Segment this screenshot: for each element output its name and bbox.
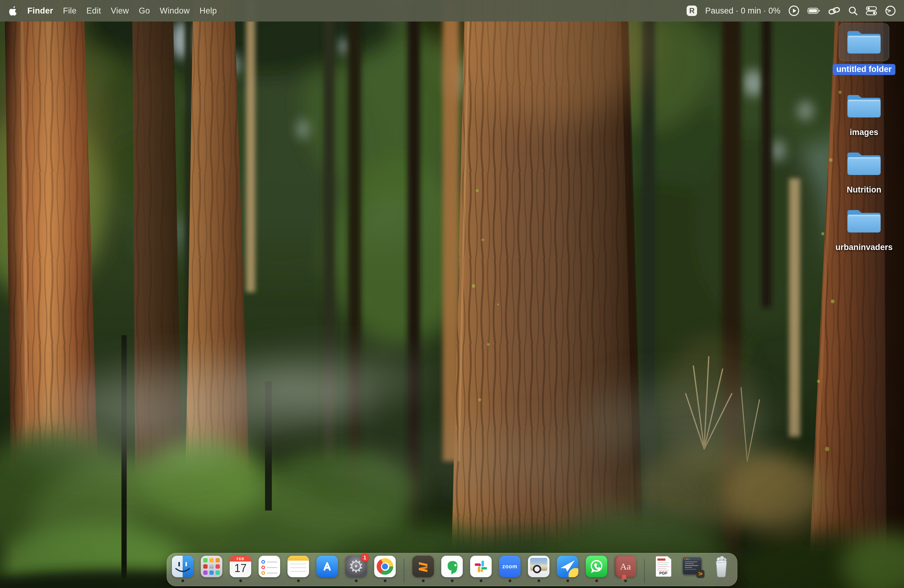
running-indicator: [239, 579, 242, 582]
calendar-day: 17: [230, 562, 251, 575]
link-icon[interactable]: [828, 6, 840, 15]
dock-pdf-document[interactable]: PDF: [653, 556, 674, 582]
preview-icon: [528, 556, 550, 577]
dock-calendar[interactable]: FEB 17: [230, 556, 251, 582]
reminders-icon: [259, 556, 280, 577]
desktop-wallpaper: [0, 0, 904, 588]
dock-trash[interactable]: [711, 556, 732, 582]
pdf-document-icon: PDF: [653, 556, 674, 577]
dock-finder[interactable]: [172, 556, 193, 582]
zoom-wordmark: zoom: [503, 563, 517, 570]
desktop-folder-untitled[interactable]: untitled folder: [834, 24, 894, 75]
dock-sublime-text[interactable]: [412, 556, 434, 582]
running-indicator: [182, 579, 184, 582]
menu-item-help[interactable]: Help: [199, 6, 217, 16]
spark-icon: [557, 556, 578, 577]
running-indicator: [451, 579, 454, 582]
dock-system-settings[interactable]: 1 ⚙: [345, 556, 367, 582]
finder-icon: [172, 556, 193, 577]
bookmark-ribbon: [622, 575, 626, 580]
launchpad-icon: [201, 556, 222, 577]
dock-separator: [404, 559, 405, 583]
dock-slack[interactable]: [470, 556, 492, 582]
notification-badge: 1: [361, 553, 369, 562]
dock-reminders[interactable]: [259, 556, 280, 582]
evernote-icon: [441, 556, 463, 577]
dictionary-icon: Aa: [615, 556, 636, 577]
folder-selection-box: [839, 24, 889, 61]
desktop-folder-urbaninvaders[interactable]: urbaninvaders: [834, 202, 894, 252]
running-indicator: [422, 579, 425, 582]
whatsapp-icon: [586, 556, 607, 577]
running-indicator: [595, 579, 598, 582]
control-center-icon[interactable]: [866, 6, 877, 15]
folder-label[interactable]: Nutrition: [847, 185, 881, 194]
apple-menu[interactable]: [9, 6, 17, 16]
minimized-window-thumbnail: [682, 556, 703, 577]
dock-dictionary[interactable]: Aa: [615, 556, 636, 582]
status-tracker-text[interactable]: Paused · 0 min · 0%: [705, 6, 781, 16]
spotlight-search-icon[interactable]: [848, 6, 858, 16]
slack-icon: [470, 556, 492, 577]
calendar-month: FEB: [230, 556, 251, 561]
menu-item-finder[interactable]: Finder: [27, 6, 53, 16]
play-circle-icon[interactable]: [789, 5, 800, 16]
apple-logo-icon: [9, 6, 17, 16]
folder-icon: [845, 92, 883, 120]
dock-whatsapp[interactable]: [586, 556, 607, 582]
desktop-folder-nutrition[interactable]: Nutrition: [834, 145, 894, 194]
folder-label[interactable]: images: [850, 128, 878, 137]
trash-full-icon: [711, 556, 732, 577]
dock-launchpad[interactable]: [201, 556, 222, 582]
dock-chrome[interactable]: [374, 556, 396, 582]
running-indicator: [297, 579, 300, 582]
app-store-icon: [316, 556, 338, 577]
dock-separator: [644, 559, 645, 583]
dock-zoom[interactable]: zoom: [499, 556, 521, 582]
calendar-icon: FEB 17: [230, 556, 251, 577]
sublime-text-icon: [412, 556, 434, 577]
dock-evernote[interactable]: [441, 556, 463, 582]
running-indicator: [384, 579, 387, 582]
battery-icon[interactable]: [808, 7, 820, 14]
folder-icon: [845, 28, 883, 57]
sublime-badge-icon: [697, 570, 705, 578]
menu-bar: Finder File Edit View Go Window Help R P…: [0, 0, 904, 22]
folder-label[interactable]: urbaninvaders: [835, 243, 893, 252]
zoom-icon: zoom: [499, 556, 521, 577]
folder-icon: [845, 149, 883, 178]
menu-item-view[interactable]: View: [111, 6, 129, 16]
clock-icon[interactable]: [885, 5, 896, 16]
pdf-label: PDF: [656, 571, 671, 575]
running-indicator: [537, 579, 540, 582]
menu-item-window[interactable]: Window: [160, 6, 190, 16]
dock-spark[interactable]: [557, 556, 578, 582]
menu-item-go[interactable]: Go: [139, 6, 150, 16]
desktop: Finder File Edit View Go Window Help R P…: [0, 0, 904, 588]
desktop-folder-images[interactable]: images: [834, 87, 894, 137]
dictionary-aa-label: Aa: [620, 561, 631, 572]
running-indicator: [509, 579, 511, 582]
running-indicator: [624, 579, 627, 582]
dock: FEB 17 1: [167, 553, 737, 586]
notes-icon: [288, 556, 309, 577]
dock-app-store[interactable]: [316, 556, 338, 582]
menu-item-file[interactable]: File: [63, 6, 77, 16]
folder-icon: [845, 207, 883, 236]
running-indicator: [355, 579, 357, 582]
dock-preview[interactable]: [528, 556, 550, 582]
running-indicator: [566, 579, 569, 582]
chrome-icon: [374, 556, 396, 577]
menu-item-edit[interactable]: Edit: [86, 6, 101, 16]
folder-label[interactable]: untitled folder: [833, 64, 895, 75]
dock-minimized-window[interactable]: [682, 556, 703, 582]
running-indicator: [480, 579, 482, 582]
dock-notes[interactable]: [288, 556, 309, 582]
status-app-badge[interactable]: R: [687, 6, 697, 16]
